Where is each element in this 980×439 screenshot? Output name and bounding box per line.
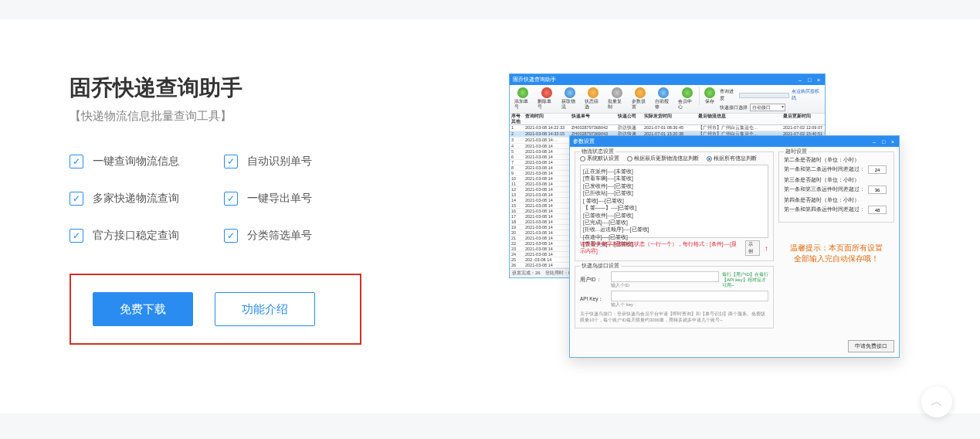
- cell: 6: [511, 155, 525, 159]
- close-icon[interactable]: ×: [816, 77, 822, 83]
- copy-icon: [612, 87, 622, 98]
- cell: 20: [511, 230, 525, 235]
- example-button[interactable]: 示例: [745, 240, 760, 256]
- toolbar-report-button[interactable]: 自助报修: [652, 87, 675, 111]
- column-header[interactable]: 快递单号: [571, 114, 618, 119]
- download-button[interactable]: 免费下载: [93, 292, 193, 326]
- intro-button[interactable]: 功能介绍: [215, 292, 315, 326]
- cell: 5: [511, 149, 525, 154]
- cell: 2021-03-08 14: [525, 203, 571, 208]
- fetch-icon: [565, 87, 575, 98]
- dialog-titlebar: 参数设置 – □ ×: [570, 136, 899, 147]
- toolbar-filter-button[interactable]: 状态筛选: [582, 87, 605, 111]
- cell: 25: [511, 257, 525, 262]
- kdn-key-label: API Key：: [580, 296, 608, 303]
- cell: 23: [511, 247, 525, 251]
- kdn-user-label: 用户ID：: [580, 277, 608, 284]
- interface-select[interactable]: 自动接口: [750, 104, 785, 111]
- cell: 13: [511, 192, 525, 197]
- cell: 2021-03-08 14: [525, 263, 571, 267]
- toolbar-add-button[interactable]: 添加单号: [511, 87, 534, 111]
- cell: 3: [511, 138, 525, 143]
- radio-option[interactable]: 系统默认设置: [580, 155, 619, 162]
- interface-label: 快递接口选择: [720, 104, 748, 111]
- toolbar-fetch-button[interactable]: 获取物流: [558, 87, 582, 111]
- kdn-key-placeholder: 输入个 key: [611, 301, 768, 308]
- cell: 2021-03-08 14: [525, 252, 571, 257]
- timeout-title: 第三条是否超时（单位：小时）: [784, 177, 889, 184]
- toolbar-label: 删除单号: [537, 99, 554, 110]
- cell: 2021-03-08 14:33:15: [525, 131, 571, 137]
- column-header[interactable]: 查询时间: [525, 114, 571, 119]
- kdn-side-2: 【API key】相对应才: [722, 277, 768, 283]
- radio-option[interactable]: 根据最后更新物流信息判断: [627, 155, 699, 162]
- dialog-close-icon[interactable]: ×: [890, 138, 896, 145]
- column-header[interactable]: 最后物流信息: [698, 114, 783, 119]
- report-icon: [658, 87, 669, 98]
- cell: 2021-03-08 14:22:33: [525, 125, 571, 131]
- apply-free-interface-button[interactable]: 申请免费接口: [848, 340, 894, 352]
- feature-label: 自动识别单号: [247, 155, 312, 168]
- column-header[interactable]: 序号: [511, 114, 525, 119]
- timeout-title: 第四条是否超时（单位：小时）: [784, 197, 889, 204]
- cell: 2021-03-08 14: [525, 192, 571, 197]
- minimize-icon[interactable]: –: [797, 77, 803, 83]
- cell: 24: [511, 252, 525, 257]
- dialog-minimize-icon[interactable]: –: [871, 138, 877, 145]
- radio-option[interactable]: 根据所有信息判断: [707, 155, 757, 162]
- member-icon: [682, 87, 693, 98]
- settings-icon: [635, 87, 646, 98]
- window-title: 固乔快递查询助手: [513, 76, 556, 83]
- kdn-side-1: 每行【用户ID】在每行: [722, 272, 768, 277]
- cell: 18: [511, 220, 525, 224]
- cell: 2021-03-08 14: [525, 149, 571, 154]
- cell: 12: [511, 187, 525, 192]
- kdn-user-input[interactable]: [611, 271, 719, 282]
- cell: 【广州市】广州白云集运仓…: [698, 125, 783, 131]
- toolbar-copy-button[interactable]: 批量复制: [605, 87, 628, 111]
- timeout-input[interactable]: [868, 206, 887, 214]
- kdn-side-3: 可用~: [722, 283, 768, 288]
- toolbar-delete-button[interactable]: 删除单号: [534, 87, 558, 111]
- cell: 4: [511, 144, 525, 148]
- table-row[interactable]: 12021-03-08 14:22:33ZH0028797368042韵达快递2…: [510, 125, 825, 131]
- feature-item: ✓分类筛选单号: [224, 229, 378, 243]
- kdn-note: 关于快递鸟接口：登录快递鸟会员平台申请【即时查询】和【单号识别】两个服务。免费版…: [580, 311, 768, 323]
- column-header[interactable]: 实际发货时间: [644, 114, 698, 119]
- cell: 2021-03-08 14: [525, 241, 571, 246]
- kdn-key-input[interactable]: [611, 291, 768, 301]
- toolbar-settings-button[interactable]: 参数设置: [629, 87, 652, 111]
- dialog-maximize-icon[interactable]: □: [880, 138, 887, 145]
- cell: 2021-03-08 14: [525, 155, 571, 159]
- feature-label: 分类筛选单号: [247, 229, 312, 243]
- settings-dialog: 参数设置 – □ × 物流状态设置 系统默认设置根据最后更新物流信息判断根据所有…: [569, 135, 900, 358]
- maximize-icon[interactable]: □: [806, 77, 812, 83]
- column-header[interactable]: 快递公司: [618, 114, 644, 119]
- cell: 2: [511, 131, 525, 137]
- cell: 2021-03-08 14: [525, 165, 571, 170]
- progress-label: 查询进度: [720, 88, 737, 102]
- toolbar-member-button[interactable]: 会员中心: [675, 87, 698, 111]
- add-icon: [517, 87, 528, 98]
- check-icon: ✓: [70, 155, 83, 168]
- cell: 2021-07-02 12:09:07: [783, 125, 825, 131]
- toolbar-save-button[interactable]: 保存: [699, 87, 718, 105]
- column-header[interactable]: 其他: [511, 119, 525, 124]
- timeout-input[interactable]: [868, 165, 887, 174]
- toolbar-label: 会员中心: [678, 99, 695, 110]
- cell: 15: [511, 203, 525, 208]
- scroll-top-button[interactable]: ︿: [921, 386, 952, 417]
- column-header[interactable]: 最后更新时间: [783, 114, 825, 119]
- cell: 21: [511, 236, 525, 240]
- filter-icon: [588, 87, 599, 98]
- timeout-input[interactable]: [868, 185, 887, 194]
- cell: 2021-03-08 14: [525, 209, 571, 213]
- buy-license-link[interactable]: 点这购买授权码: [792, 88, 822, 102]
- rules-textarea[interactable]: [正在派件]----[未签收][查看车辆]----[未签收][已发收件]----…: [580, 165, 768, 238]
- big-tip-2: 全部输入完自动保存哦！: [778, 254, 894, 264]
- big-tip-1: 温馨提示：本页面所有设置: [778, 243, 894, 254]
- toolbar-label: 状态筛选: [585, 99, 602, 110]
- cell: 202 -03-08 14: [525, 257, 571, 262]
- toolbar-label: 参数设置: [632, 99, 649, 110]
- cell: 2021-03-08 14: [525, 182, 571, 186]
